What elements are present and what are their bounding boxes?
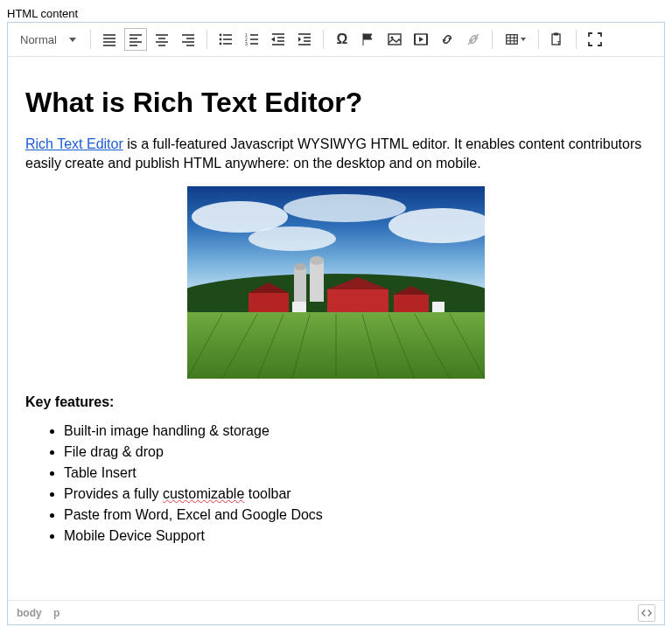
paste-button[interactable]: T (546, 28, 569, 51)
svg-point-56 (284, 194, 406, 222)
svg-rect-71 (432, 302, 444, 312)
list-item: Table Insert (64, 463, 647, 484)
field-label: HTML content (7, 7, 665, 20)
paste-text-icon: T (550, 31, 565, 47)
table-icon (505, 32, 519, 46)
editor-statusbar: body p (8, 600, 664, 624)
bullet-list-icon (218, 31, 234, 47)
chevron-down-icon (69, 38, 76, 42)
list-item: Built-in image handling & storage (64, 421, 647, 442)
outdent-button[interactable] (267, 28, 290, 51)
key-features-label: Key features: (25, 393, 647, 412)
svg-rect-70 (292, 302, 306, 312)
svg-rect-60 (294, 267, 306, 302)
text-fragment: toolbar (244, 486, 290, 501)
special-char-button[interactable]: Ω (331, 28, 354, 51)
image-button[interactable] (383, 28, 406, 51)
paragraph-style-select[interactable]: Normal (15, 30, 83, 50)
align-left-icon (128, 31, 144, 47)
svg-rect-64 (248, 293, 289, 312)
align-right-icon (180, 31, 196, 47)
numbered-list-icon: 123 (244, 31, 260, 47)
unlink-button[interactable] (462, 28, 485, 51)
align-left-button[interactable] (124, 28, 147, 51)
content-heading: What is Rich Text Editor? (25, 87, 647, 119)
svg-text:3: 3 (245, 41, 248, 46)
align-center-button[interactable] (150, 28, 173, 51)
toolbar-separator (323, 30, 324, 49)
indent-button[interactable] (293, 28, 316, 51)
path-item-body[interactable]: body (17, 607, 42, 619)
toolbar-separator (538, 30, 539, 49)
toolbar-separator (90, 30, 91, 49)
flag-icon (360, 31, 376, 47)
svg-marker-38 (298, 37, 301, 42)
svg-point-58 (248, 226, 336, 251)
numbered-list-button[interactable]: 123 (241, 28, 263, 51)
svg-rect-66 (327, 289, 388, 312)
align-right-button[interactable] (177, 28, 200, 51)
element-path: body p (17, 607, 68, 619)
spellcheck-word: customizable (163, 486, 244, 501)
list-item: File drag & drop (64, 442, 647, 463)
svg-marker-33 (272, 37, 275, 42)
link-icon (439, 31, 455, 47)
link-button[interactable] (436, 28, 458, 51)
svg-rect-46 (507, 35, 517, 45)
features-list: Built-in image handling & storage File d… (25, 421, 647, 547)
table-button[interactable] (500, 28, 531, 51)
toolbar-separator (206, 30, 207, 49)
svg-rect-68 (394, 295, 429, 312)
intro-paragraph: Rich Text Editor is a full-featured Java… (25, 135, 647, 172)
svg-point-63 (310, 256, 324, 265)
code-icon (640, 607, 653, 619)
outdent-icon (270, 31, 286, 47)
source-code-button[interactable] (638, 604, 655, 622)
rich-text-editor: Normal 123 (7, 22, 665, 625)
image-icon (387, 31, 402, 47)
anchor-button[interactable] (357, 28, 380, 51)
justify-full-icon (102, 31, 117, 47)
list-item: Provides a fully customizable toolbar (64, 484, 647, 505)
content-image-farm (187, 186, 485, 379)
fullscreen-icon (587, 31, 603, 47)
svg-marker-42 (419, 37, 424, 42)
bullet-list-button[interactable] (214, 28, 237, 51)
align-center-icon (154, 31, 170, 47)
justify-full-button[interactable] (98, 28, 121, 51)
toolbar-separator (576, 30, 577, 49)
editor-content[interactable]: What is Rich Text Editor? Rich Text Edit… (8, 57, 664, 600)
svg-point-16 (220, 34, 222, 37)
svg-point-40 (391, 37, 394, 39)
path-item-p[interactable]: p (53, 607, 60, 619)
chevron-down-icon (521, 38, 526, 41)
list-item: Mobile Device Support (64, 526, 647, 547)
list-item: Paste from Word, Excel and Google Docs (64, 505, 647, 526)
omega-icon: Ω (337, 31, 348, 47)
media-icon (413, 31, 429, 47)
unlink-icon (466, 31, 481, 47)
svg-point-17 (220, 38, 222, 41)
fullscreen-button[interactable] (584, 28, 606, 51)
media-button[interactable] (410, 28, 432, 51)
editor-toolbar: Normal 123 (8, 23, 664, 57)
svg-rect-62 (310, 261, 324, 302)
svg-point-18 (220, 43, 222, 45)
toolbar-separator (492, 30, 493, 49)
indent-icon (297, 31, 312, 47)
text-fragment: Provides a fully (64, 486, 163, 501)
paragraph-style-value: Normal (20, 33, 57, 46)
rich-text-editor-link[interactable]: Rich Text Editor (25, 136, 123, 151)
svg-text:T: T (556, 39, 561, 47)
svg-point-61 (294, 263, 306, 270)
svg-rect-52 (554, 33, 558, 36)
